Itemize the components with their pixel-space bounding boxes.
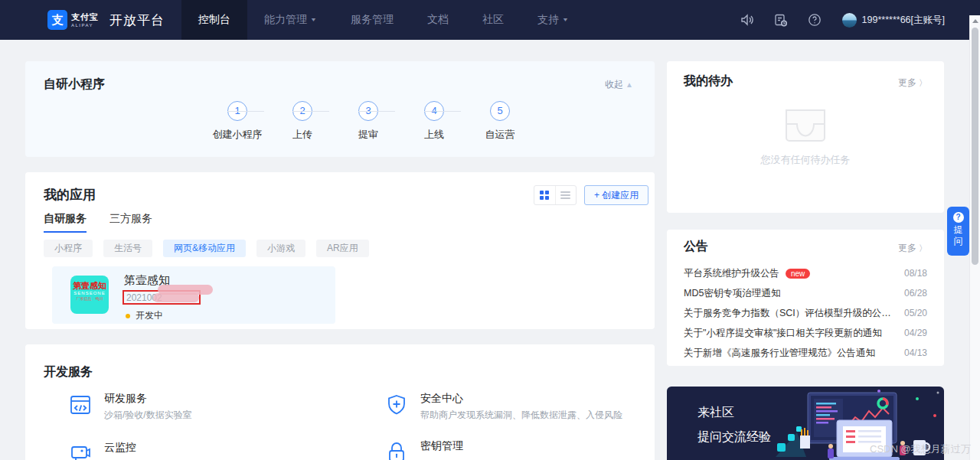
nav-item-console[interactable]: 控制台 (181, 0, 247, 40)
step-connector (227, 111, 264, 112)
chevron-down-icon: ▼ (562, 17, 569, 23)
filter-web-mobile[interactable]: 网页&移动应用 (163, 240, 246, 257)
alipay-logo-text: 支付宝 ALIPAY (71, 13, 99, 28)
account-label[interactable]: 199******66[主账号] (862, 14, 945, 27)
scroll-up-icon[interactable] (972, 19, 978, 23)
announcements-more-link[interactable]: 更多〉 (898, 242, 927, 255)
step-connector (358, 111, 395, 112)
service-cloud-monitor[interactable]: 云监控 (69, 441, 345, 460)
nav-right: 199******66[主账号] (721, 12, 945, 28)
banner-line2: 提问交流经验 (697, 429, 771, 445)
app-status: 开发中 (126, 309, 163, 322)
nav-item-support[interactable]: 支持▼ (521, 0, 586, 40)
nav-item-community[interactable]: 社区 (466, 0, 521, 40)
announcement-item[interactable]: MD5密钥专项治理通知 06/28 (684, 283, 927, 303)
dev-services-title: 开发服务 (44, 364, 93, 380)
task-record-icon[interactable] (773, 12, 789, 28)
banner-line1: 来社区 (697, 405, 734, 421)
new-badge: new (786, 269, 810, 279)
scrollbar[interactable] (969, 15, 980, 460)
dev-services-panel: 开发服务 研发服务 沙箱/验收/数据实验室 安全中心 帮助商户发现系统漏洞、降低… (25, 344, 655, 460)
filter-minigame[interactable]: 小游戏 (256, 240, 305, 257)
collapse-button[interactable]: 收起▲ (605, 78, 633, 91)
create-app-button[interactable]: + 创建应用 (584, 185, 648, 205)
step-upload[interactable]: 2 上传 (272, 101, 333, 142)
triangle-up-icon: ▲ (626, 80, 633, 89)
todo-empty-text: 您没有任何待办任务 (667, 153, 944, 167)
redaction-blur (153, 293, 199, 302)
filter-miniprogram[interactable]: 小程序 (44, 240, 93, 257)
filter-ar[interactable]: AR应用 (316, 240, 369, 257)
alipay-logo-icon: 支 (47, 10, 67, 30)
announcement-item[interactable]: 关于服务竞争力指数（SCI）评估模型升级的公示通知 05/20 (684, 303, 927, 323)
list-view-icon[interactable] (555, 186, 577, 204)
nav-item-service[interactable]: 服务管理 (334, 0, 410, 40)
watermark: CSDN @我想月薪过万 (870, 442, 971, 456)
ask-question-widget[interactable]: ? 提 问 (947, 207, 969, 256)
announcements-title: 公告 (684, 239, 708, 255)
nav-item-capability[interactable]: 能力管理▼ (247, 0, 334, 40)
scrollbar-thumb[interactable] (972, 28, 978, 265)
chevron-right-icon: 〉 (919, 243, 927, 253)
my-apps-panel: 我的应用 + 创建应用 自研服务 三方服务 小程序 生活号 网页&移动应用 小游… (25, 172, 655, 329)
my-apps-title: 我的应用 (44, 186, 96, 204)
todo-title: 我的待办 (684, 73, 733, 90)
announcements-list: 平台系统维护升级公告 new 08/18 MD5密钥专项治理通知 06/28 关… (684, 263, 927, 363)
empty-inbox-icon (782, 107, 829, 144)
todo-more-link[interactable]: 更多〉 (898, 77, 927, 90)
service-rd[interactable]: 研发服务 沙箱/验收/数据实验室 (69, 392, 345, 427)
app-card[interactable]: 第壹感知 SENSEONE 厂家信息：鸣川 第壹感知 2021002 开发中 (52, 266, 335, 324)
grid-view-icon[interactable] (534, 186, 555, 204)
step-connector (292, 111, 329, 112)
announcement-item[interactable]: 关于新增《高速服务行业管理规范》公告通知 04/13 (684, 343, 927, 363)
question-mark-icon: ? (953, 212, 964, 223)
step-review[interactable]: 3 提审 (338, 101, 399, 142)
top-nav: 支 支付宝 ALIPAY 开放平台 控制台 能力管理▼ 服务管理 文档 社区 支… (0, 0, 980, 40)
view-toggle (534, 185, 577, 205)
step-launch[interactable]: 4 上线 (403, 101, 465, 142)
step-operate[interactable]: 5 自运营 (469, 101, 531, 142)
monitor-camera-icon (69, 442, 93, 460)
announcement-speaker-icon[interactable] (740, 12, 755, 28)
page: 支 支付宝 ALIPAY 开放平台 控制台 能力管理▼ 服务管理 文档 社区 支… (0, 0, 980, 460)
alipay-logo[interactable]: 支 支付宝 ALIPAY (47, 10, 99, 30)
lock-icon (385, 441, 410, 460)
tab-self-developed[interactable]: 自研服务 (44, 212, 87, 233)
announcement-item[interactable]: 平台系统维护升级公告 new 08/18 (684, 263, 927, 283)
chevron-down-icon: ▼ (310, 17, 317, 23)
shield-plus-icon (385, 393, 410, 418)
step-create[interactable]: 1 创建小程序 (207, 101, 268, 142)
miniapp-guide-title: 自研小程序 (44, 77, 105, 93)
miniapp-guide-panel: 自研小程序 收起▲ 1 创建小程序 2 上传 3 提审 4 上线 5 自运营 (25, 61, 655, 157)
help-icon[interactable] (807, 12, 822, 28)
chevron-right-icon: 〉 (919, 78, 927, 87)
announcements-panel: 公告 更多〉 平台系统维护升级公告 new 08/18 MD5密钥专项治理通知 … (667, 230, 944, 366)
service-security[interactable]: 安全中心 帮助商户发现系统漏洞、降低数据泄露、入侵风险 (385, 392, 661, 427)
step-connector (424, 111, 461, 112)
filter-lifestyle[interactable]: 生活号 (103, 240, 152, 257)
nav-item-docs[interactable]: 文档 (410, 0, 466, 40)
tab-third-party[interactable]: 三方服务 (109, 212, 152, 233)
nav-menu: 控制台 能力管理▼ 服务管理 文档 社区 支持▼ (181, 0, 586, 40)
todo-panel: 我的待办 更多〉 您没有任何待办任务 (667, 61, 944, 213)
apps-tabs: 自研服务 三方服务 (44, 212, 175, 233)
status-text: 开发中 (136, 309, 163, 322)
service-key-management[interactable]: 密钥管理 (385, 439, 661, 460)
status-dot-icon (126, 314, 130, 318)
app-logo: 第壹感知 SENSEONE 厂家信息：鸣川 (70, 276, 109, 314)
platform-title: 开放平台 (109, 11, 165, 29)
announcement-item[interactable]: 关于"小程序提交审核"接口相关字段更新的通知 04/29 (684, 323, 927, 343)
todo-empty-state: 您没有任何待办任务 (667, 107, 944, 167)
avatar[interactable] (842, 13, 857, 28)
code-window-icon (69, 393, 93, 418)
app-type-filters: 小程序 生活号 网页&移动应用 小游戏 AR应用 (44, 240, 380, 257)
